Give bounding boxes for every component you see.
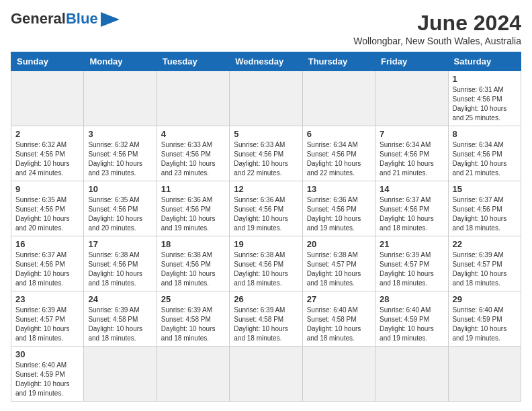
col-header-wednesday: Wednesday [230, 52, 302, 71]
col-header-monday: Monday [84, 52, 157, 71]
day-number: 4 [161, 129, 225, 139]
calendar-cell: 8Sunrise: 6:34 AM Sunset: 4:56 PM Daylig… [448, 126, 521, 181]
calendar-cell [84, 71, 157, 126]
week-row-1: 2Sunrise: 6:32 AM Sunset: 4:56 PM Daylig… [11, 126, 521, 181]
day-info: Sunrise: 6:37 AM Sunset: 4:56 PM Dayligh… [380, 195, 443, 233]
calendar-cell: 9Sunrise: 6:35 AM Sunset: 4:56 PM Daylig… [11, 181, 84, 236]
day-info: Sunrise: 6:32 AM Sunset: 4:56 PM Dayligh… [15, 140, 79, 178]
week-row-2: 9Sunrise: 6:35 AM Sunset: 4:56 PM Daylig… [11, 181, 521, 236]
day-number: 19 [234, 239, 298, 249]
calendar-cell: 19Sunrise: 6:38 AM Sunset: 4:56 PM Dayli… [230, 236, 302, 291]
calendar-cell: 1Sunrise: 6:31 AM Sunset: 4:56 PM Daylig… [448, 71, 521, 126]
day-number: 3 [88, 129, 152, 139]
day-number: 14 [380, 184, 443, 194]
calendar-cell [230, 347, 302, 402]
title-area: June 2024 Wollongbar, New South Wales, A… [353, 11, 521, 46]
day-info: Sunrise: 6:34 AM Sunset: 4:56 PM Dayligh… [307, 140, 371, 178]
day-info: Sunrise: 6:38 AM Sunset: 4:56 PM Dayligh… [88, 250, 152, 288]
day-number: 26 [234, 294, 298, 304]
day-info: Sunrise: 6:33 AM Sunset: 4:56 PM Dayligh… [234, 140, 298, 178]
day-number: 15 [453, 184, 517, 194]
col-header-tuesday: Tuesday [157, 52, 229, 71]
day-info: Sunrise: 6:36 AM Sunset: 4:56 PM Dayligh… [161, 195, 225, 233]
day-number: 21 [380, 239, 443, 249]
logo-blue: Blue [66, 10, 98, 27]
day-number: 13 [307, 184, 371, 194]
calendar-cell: 3Sunrise: 6:32 AM Sunset: 4:56 PM Daylig… [84, 126, 157, 181]
day-number: 16 [15, 239, 79, 249]
day-number: 20 [307, 239, 371, 249]
calendar-cell: 18Sunrise: 6:38 AM Sunset: 4:56 PM Dayli… [157, 236, 229, 291]
day-info: Sunrise: 6:37 AM Sunset: 4:56 PM Dayligh… [453, 195, 517, 233]
day-number: 11 [161, 184, 225, 194]
week-row-3: 16Sunrise: 6:37 AM Sunset: 4:56 PM Dayli… [11, 236, 521, 291]
day-info: Sunrise: 6:38 AM Sunset: 4:57 PM Dayligh… [307, 250, 371, 288]
calendar-cell: 23Sunrise: 6:39 AM Sunset: 4:57 PM Dayli… [11, 291, 84, 347]
day-number: 6 [307, 129, 371, 139]
week-row-4: 23Sunrise: 6:39 AM Sunset: 4:57 PM Dayli… [11, 291, 521, 347]
calendar-cell [302, 71, 375, 126]
day-info: Sunrise: 6:37 AM Sunset: 4:56 PM Dayligh… [15, 250, 79, 288]
day-number: 1 [453, 74, 517, 84]
day-info: Sunrise: 6:34 AM Sunset: 4:56 PM Dayligh… [453, 140, 517, 178]
day-info: Sunrise: 6:39 AM Sunset: 4:57 PM Dayligh… [453, 250, 517, 288]
day-info: Sunrise: 6:39 AM Sunset: 4:58 PM Dayligh… [234, 306, 298, 343]
calendar-cell [230, 71, 302, 126]
calendar-cell: 21Sunrise: 6:39 AM Sunset: 4:57 PM Dayli… [375, 236, 448, 291]
day-info: Sunrise: 6:35 AM Sunset: 4:56 PM Dayligh… [15, 195, 79, 233]
day-number: 24 [88, 294, 152, 304]
logo-triangle-icon [101, 12, 120, 27]
logo: GeneralBlue [11, 11, 120, 27]
calendar-cell: 26Sunrise: 6:39 AM Sunset: 4:58 PM Dayli… [230, 291, 302, 347]
calendar-cell [375, 347, 448, 402]
calendar-cell [375, 71, 448, 126]
day-number: 23 [15, 294, 79, 304]
day-number: 25 [161, 294, 225, 304]
day-number: 27 [307, 294, 371, 304]
day-info: Sunrise: 6:39 AM Sunset: 4:58 PM Dayligh… [88, 306, 152, 343]
calendar-cell: 4Sunrise: 6:33 AM Sunset: 4:56 PM Daylig… [157, 126, 229, 181]
calendar-cell: 17Sunrise: 6:38 AM Sunset: 4:56 PM Dayli… [84, 236, 157, 291]
location-title: Wollongbar, New South Wales, Australia [353, 36, 521, 46]
day-number: 28 [380, 294, 443, 304]
day-number: 7 [380, 129, 443, 139]
calendar-header-row: SundayMondayTuesdayWednesdayThursdayFrid… [11, 52, 521, 71]
day-info: Sunrise: 6:40 AM Sunset: 4:59 PM Dayligh… [380, 306, 443, 343]
calendar-cell: 10Sunrise: 6:35 AM Sunset: 4:56 PM Dayli… [84, 181, 157, 236]
col-header-thursday: Thursday [302, 52, 375, 71]
day-info: Sunrise: 6:36 AM Sunset: 4:56 PM Dayligh… [307, 195, 371, 233]
day-info: Sunrise: 6:40 AM Sunset: 4:59 PM Dayligh… [453, 306, 517, 343]
calendar-cell: 28Sunrise: 6:40 AM Sunset: 4:59 PM Dayli… [375, 291, 448, 347]
calendar-cell: 13Sunrise: 6:36 AM Sunset: 4:56 PM Dayli… [302, 181, 375, 236]
day-number: 18 [161, 239, 225, 249]
day-info: Sunrise: 6:32 AM Sunset: 4:56 PM Dayligh… [88, 140, 152, 178]
day-number: 9 [15, 184, 79, 194]
day-info: Sunrise: 6:34 AM Sunset: 4:56 PM Dayligh… [380, 140, 443, 178]
calendar-cell: 29Sunrise: 6:40 AM Sunset: 4:59 PM Dayli… [448, 291, 521, 347]
day-info: Sunrise: 6:39 AM Sunset: 4:57 PM Dayligh… [15, 306, 79, 343]
calendar-cell [84, 347, 157, 402]
day-info: Sunrise: 6:38 AM Sunset: 4:56 PM Dayligh… [161, 250, 225, 288]
day-info: Sunrise: 6:39 AM Sunset: 4:57 PM Dayligh… [380, 250, 443, 288]
logo-text: GeneralBlue [11, 11, 98, 26]
calendar-cell: 16Sunrise: 6:37 AM Sunset: 4:56 PM Dayli… [11, 236, 84, 291]
day-info: Sunrise: 6:35 AM Sunset: 4:56 PM Dayligh… [88, 195, 152, 233]
col-header-saturday: Saturday [448, 52, 521, 71]
day-number: 12 [234, 184, 298, 194]
calendar-cell: 12Sunrise: 6:36 AM Sunset: 4:56 PM Dayli… [230, 181, 302, 236]
day-number: 5 [234, 129, 298, 139]
header: GeneralBlue June 2024 Wollongbar, New So… [11, 11, 521, 46]
calendar-cell: 20Sunrise: 6:38 AM Sunset: 4:57 PM Dayli… [302, 236, 375, 291]
calendar-cell: 14Sunrise: 6:37 AM Sunset: 4:56 PM Dayli… [375, 181, 448, 236]
calendar-cell: 6Sunrise: 6:34 AM Sunset: 4:56 PM Daylig… [302, 126, 375, 181]
calendar-cell: 25Sunrise: 6:39 AM Sunset: 4:58 PM Dayli… [157, 291, 229, 347]
svg-marker-0 [101, 12, 120, 27]
day-info: Sunrise: 6:40 AM Sunset: 4:58 PM Dayligh… [307, 306, 371, 343]
calendar-cell: 22Sunrise: 6:39 AM Sunset: 4:57 PM Dayli… [448, 236, 521, 291]
day-info: Sunrise: 6:31 AM Sunset: 4:56 PM Dayligh… [453, 85, 517, 123]
calendar-table: SundayMondayTuesdayWednesdayThursdayFrid… [11, 52, 521, 402]
day-info: Sunrise: 6:39 AM Sunset: 4:58 PM Dayligh… [161, 306, 225, 343]
calendar-cell: 5Sunrise: 6:33 AM Sunset: 4:56 PM Daylig… [230, 126, 302, 181]
day-number: 17 [88, 239, 152, 249]
col-header-sunday: Sunday [11, 52, 84, 71]
